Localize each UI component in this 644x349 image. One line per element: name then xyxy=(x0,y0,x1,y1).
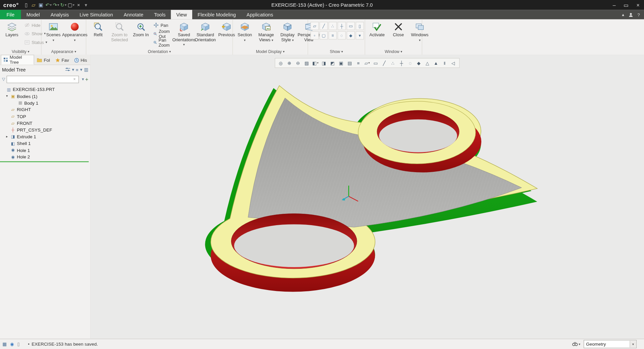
repaint-icon[interactable]: ▧ xyxy=(303,59,311,67)
model-big-hole-interior[interactable] xyxy=(234,224,354,267)
filter-add-icon[interactable]: + xyxy=(85,76,88,82)
close-button[interactable]: × xyxy=(632,0,644,10)
tab-flexible-modeling[interactable]: Flexible Modeling xyxy=(192,10,241,19)
points-display-icon[interactable]: ∴ xyxy=(389,59,397,67)
datum-plane-display-icon[interactable]: ▱ xyxy=(311,22,319,30)
enhanced-realism-icon[interactable]: ◩ xyxy=(329,59,337,67)
plane-tag-display-icon[interactable]: ▭ xyxy=(346,22,355,30)
zoom-in-button[interactable]: Zoom In xyxy=(130,20,151,38)
layers-button[interactable]: Layers xyxy=(2,20,22,38)
minimize-button[interactable]: – xyxy=(608,0,620,10)
exit-icon[interactable]: ◁ xyxy=(449,59,458,67)
tree-expander-icon[interactable]: ▸ xyxy=(5,135,9,139)
annotation-display-icon[interactable]: ≡ xyxy=(329,31,337,40)
tree-list-caret-icon[interactable]: ▾ xyxy=(80,67,83,72)
new-file-icon[interactable]: ▯ xyxy=(23,1,30,9)
datum-point-display-icon[interactable]: ∴ xyxy=(329,22,337,30)
zoom-out-button[interactable]: Zoom Out xyxy=(152,30,173,37)
pan-button[interactable]: Pan xyxy=(152,21,173,29)
tree-item[interactable]: ▾ ▣ Bodies (1) xyxy=(0,93,90,99)
tree-item[interactable]: ┼ PRT_CSYS_DEF xyxy=(0,127,90,133)
tab-file[interactable]: File xyxy=(0,10,21,19)
selection-filter-caret-icon[interactable]: ▾ xyxy=(630,341,636,347)
undo-icon[interactable]: ↶ ▾ xyxy=(45,1,52,9)
display-style-button[interactable]: Display Style ▾ xyxy=(277,20,298,43)
simulation-display-icon[interactable]: ▲ xyxy=(432,59,440,67)
tree-insert-locator[interactable] xyxy=(0,161,89,162)
csys-display-icon[interactable]: ┼ xyxy=(397,59,406,67)
help-icon[interactable]: ? xyxy=(637,12,640,17)
3d-dragger-icon[interactable]: ◆ xyxy=(346,31,355,40)
pan-zoom-button[interactable]: Pan Zoom xyxy=(152,39,173,46)
tree-filter-input[interactable] xyxy=(6,76,78,83)
folder-browser-tab[interactable]: Fol xyxy=(35,56,52,65)
datum-axis-display-icon[interactable]: ╱ xyxy=(320,22,328,30)
model-viewport[interactable] xyxy=(90,55,644,339)
tab-tools[interactable]: Tools xyxy=(149,10,171,19)
saved-orientations-button[interactable]: Saved Orientations ▾ xyxy=(174,20,194,47)
close-button[interactable]: Close xyxy=(388,20,409,38)
tab-view[interactable]: View xyxy=(171,10,192,19)
tree-item[interactable]: ◉ Hole 1 xyxy=(0,147,90,153)
3d-dragger-icon[interactable]: ◆ xyxy=(415,59,423,67)
model-small-hole-interior[interactable] xyxy=(379,119,457,152)
save-icon[interactable]: ▣ xyxy=(38,1,45,9)
filter-funnel-icon[interactable]: ▽ xyxy=(2,77,5,81)
regenerate-icon[interactable]: ↻ ▾ xyxy=(60,1,67,9)
refit-button[interactable]: Refit xyxy=(88,20,108,38)
history-tab[interactable]: His xyxy=(72,56,90,65)
tree-item[interactable]: ▦ Body 1 xyxy=(0,100,90,106)
graphics-area[interactable]: ◎ ⊕ ⊖ ▧ ◧▾ ◨ ◩ ▣ ▤ ≡ ▱▾ ▭ xyxy=(90,55,644,339)
scenes-button[interactable]: Scenes▾ xyxy=(43,20,64,43)
pause-icon[interactable]: ‖ xyxy=(441,59,449,67)
view-manager-icon[interactable]: ▤ xyxy=(346,59,354,67)
filter-caret-icon[interactable]: ▾ xyxy=(82,77,84,81)
customize-toolbar-icon[interactable]: ▾ xyxy=(83,1,90,9)
transparent-display-icon[interactable]: ◨ xyxy=(320,59,328,67)
group-label-orientation[interactable]: Orientation▾ xyxy=(86,48,232,55)
tree-expander-icon[interactable]: ▾ xyxy=(5,94,9,98)
tree-item[interactable]: ▱ FRONT xyxy=(0,120,90,127)
favorites-tab[interactable]: Fav xyxy=(53,56,72,65)
web-browser-icon[interactable]: ◉ xyxy=(10,341,14,347)
zoom-in-icon[interactable]: ⊕ xyxy=(285,59,293,67)
spin-center-icon[interactable]: ◌ xyxy=(338,31,346,40)
ribbon-collapse-icon[interactable]: ▴ xyxy=(622,12,624,17)
tree-item[interactable]: ▱ RIGHT xyxy=(0,106,90,113)
filter-clear-icon[interactable]: × xyxy=(73,77,76,81)
standard-orientation-button[interactable]: Standard Orientation xyxy=(195,20,215,42)
maximize-button[interactable]: ▭ xyxy=(620,0,632,10)
group-label-show[interactable]: Show▾ xyxy=(308,48,365,55)
group-label-window[interactable]: Window▾ xyxy=(365,48,422,55)
perspective-icon[interactable]: △ xyxy=(423,59,431,67)
status-tree-toggle-icon[interactable]: ▦ xyxy=(2,341,7,347)
group-label-appearance[interactable]: Appearance▾ xyxy=(42,48,86,55)
tree-settings-icon[interactable] xyxy=(65,67,70,72)
manage-views-button[interactable]: Manage Views ▾ xyxy=(256,20,276,43)
tree-item[interactable]: ◉ Hole 2 xyxy=(0,153,90,160)
saved-orientations-icon[interactable]: ▣ xyxy=(337,59,345,67)
tree-columns-icon[interactable]: ▥ xyxy=(84,67,89,72)
close-window-icon[interactable]: × xyxy=(75,1,82,9)
tree-item[interactable]: ◧ Shell 1 xyxy=(0,140,90,147)
tab-model[interactable]: Model xyxy=(21,10,45,19)
tree-list-icon[interactable]: ≡ xyxy=(76,67,78,72)
account-icon[interactable] xyxy=(628,12,633,17)
tree-settings-caret-icon[interactable]: ▾ xyxy=(72,67,74,72)
find-icon[interactable]: ▾ xyxy=(572,342,581,347)
window-settings-icon[interactable]: ▢ ▾ xyxy=(67,1,75,9)
model-tree-tab[interactable]: Model Tree xyxy=(1,55,34,64)
csys-display-icon[interactable]: ┼ xyxy=(338,22,346,30)
tab-live-simulation[interactable]: Live Simulation xyxy=(74,10,118,19)
status-page-icon[interactable]: ▯ xyxy=(17,341,19,347)
tab-annotate[interactable]: Annotate xyxy=(118,10,149,19)
tab-analysis[interactable]: Analysis xyxy=(45,10,74,19)
spin-center-icon[interactable]: ◌ xyxy=(406,59,414,67)
datum-display-filters-icon[interactable]: ▱▾ xyxy=(363,59,371,67)
point-tag-display-icon[interactable]: ▫ xyxy=(311,31,319,40)
open-file-icon[interactable]: ▱ xyxy=(30,1,37,9)
group-label-visibility[interactable]: Visibility▾ xyxy=(0,48,41,55)
annotation-display-icon[interactable]: ≡ xyxy=(355,59,363,67)
tree-item[interactable]: ▱ TOP xyxy=(0,113,90,120)
axis-tag-display-icon[interactable]: ▯ xyxy=(356,22,364,30)
